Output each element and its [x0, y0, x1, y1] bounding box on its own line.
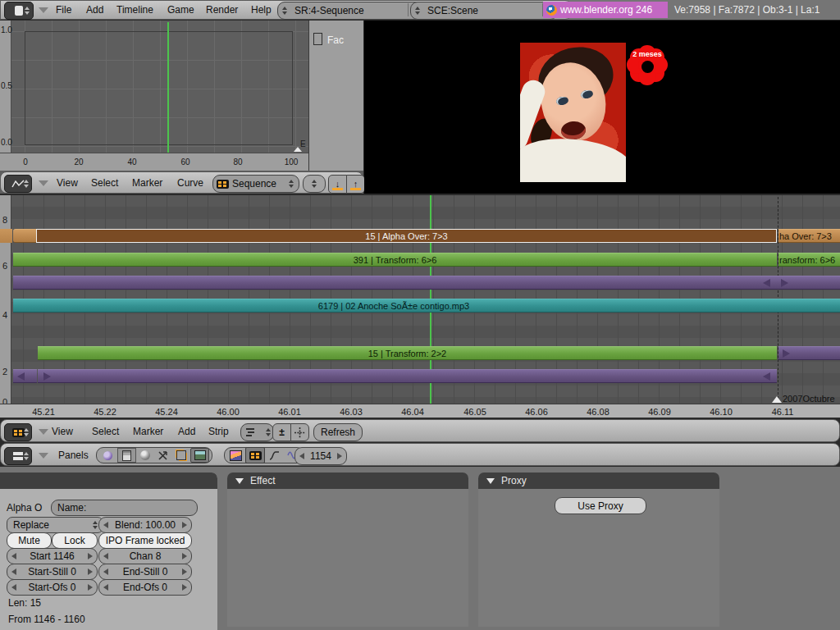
strip-alpha-over-clipped[interactable]: ha Over: 7>3 [778, 229, 840, 243]
decrement-icon[interactable] [103, 584, 108, 591]
start-still-field[interactable]: Start-Still 0 [7, 564, 98, 580]
use-proxy-button[interactable]: Use Proxy [555, 497, 646, 514]
seq-plusminus-button[interactable]: ± [272, 423, 291, 441]
decrement-icon[interactable] [299, 453, 304, 459]
ipo-type-selector[interactable]: Sequence [212, 175, 299, 193]
strip-alpha-over-selected[interactable]: 15 | Alpha Over: 7>3 [36, 229, 777, 243]
strip-audio[interactable]: 6179 | 02 Anoche SoÃ±e contigo.mp3 [13, 299, 840, 313]
frame-number-field[interactable]: 1154 [294, 447, 347, 465]
ipo-menu-marker[interactable]: Marker [132, 177, 162, 189]
ipo-graph-area[interactable]: E [11, 21, 308, 153]
menu-help[interactable]: Help [251, 4, 272, 16]
menu-file[interactable]: File [56, 4, 71, 16]
increment-icon[interactable] [88, 584, 93, 591]
decrement-icon[interactable] [103, 522, 108, 528]
seq-translate-button[interactable] [290, 423, 309, 441]
ipo-playhead[interactable] [167, 22, 169, 153]
strip-name-field[interactable]: Name: [51, 500, 198, 516]
increment-icon[interactable] [88, 568, 93, 575]
decrement-icon[interactable] [11, 553, 16, 559]
increment-icon[interactable] [88, 553, 93, 559]
strip-transform6-clipped[interactable]: ransform: 6>6 [778, 253, 840, 267]
strip-right-handle-icon[interactable] [781, 279, 788, 287]
refresh-button[interactable]: Refresh [313, 423, 363, 441]
effect-panel-header[interactable]: Effect [227, 472, 468, 489]
ipo-menu-view[interactable]: View [57, 177, 78, 189]
strip-purple-ch1[interactable] [38, 369, 777, 383]
end-ofs-field[interactable]: End-Ofs 0 [98, 579, 192, 596]
strip-right-handle-icon[interactable] [783, 349, 790, 358]
timeline-marker-icon[interactable] [772, 396, 782, 403]
strip-purple-ch2-right[interactable] [778, 346, 840, 360]
strip-purple-ch5-right[interactable] [777, 276, 840, 290]
ipo-menu-select[interactable]: Select [91, 177, 118, 189]
window-type-button[interactable] [4, 2, 34, 20]
anim-subcontext-button[interactable] [266, 449, 283, 462]
ipo-extra-combo[interactable] [303, 175, 326, 193]
object-context-button[interactable] [154, 449, 171, 462]
seq-menu-strip[interactable]: Strip [208, 426, 229, 437]
header-collapse-icon[interactable] [39, 7, 48, 13]
ipo-frame-locked-toggle[interactable]: IPO Frame locked [98, 532, 192, 549]
ipo-paste-button[interactable]: ↑ [346, 175, 365, 194]
buttons-window-type-button[interactable] [4, 447, 32, 465]
ipo-horizontal-scrollbar[interactable]: 0 20 40 60 80 100 [0, 153, 308, 171]
seq-menu-add[interactable]: Add [178, 426, 195, 437]
scene-context-button[interactable] [190, 448, 209, 463]
increment-icon[interactable] [182, 568, 187, 575]
blender-link-badge[interactable]: www.blender.org 246 [543, 2, 668, 18]
shading-context-button[interactable] [137, 449, 154, 462]
end-still-field[interactable]: End-Still 0 [98, 564, 192, 580]
lock-toggle[interactable]: Lock [52, 532, 98, 549]
sequencer-window-type-button[interactable] [4, 423, 32, 441]
strip-transform2[interactable]: 15 | Transform: 2>2 [38, 346, 777, 360]
strip-left-handle-icon[interactable] [17, 372, 25, 381]
strip-right-handle-icon[interactable] [43, 372, 51, 381]
sequencer-subcontext-button[interactable] [245, 447, 266, 463]
header-collapse-icon[interactable] [39, 453, 48, 459]
strip-purple-ch5[interactable] [13, 276, 777, 290]
edit-panel-header[interactable] [0, 472, 217, 489]
strip-left-handle-icon[interactable] [763, 372, 770, 381]
header-collapse-icon[interactable] [39, 429, 48, 435]
seq-menu-select[interactable]: Select [92, 426, 119, 437]
screen-selector[interactable]: SR:4-Sequence × [277, 2, 423, 20]
panel-expand-icon[interactable] [235, 478, 244, 484]
start-frame-field[interactable]: Start 1146 [7, 548, 98, 564]
increment-icon[interactable] [337, 453, 342, 459]
menu-add[interactable]: Add [86, 4, 103, 16]
ipo-menu-curve[interactable]: Curve [177, 177, 203, 189]
seq-menu-marker[interactable]: Marker [133, 426, 163, 437]
channel-field[interactable]: Chan 8 [98, 548, 192, 564]
decrement-icon[interactable] [11, 568, 16, 575]
seq-menu-view[interactable]: View [52, 426, 73, 437]
script-context-button[interactable] [117, 448, 136, 463]
increment-icon[interactable] [182, 553, 187, 559]
strip-alpha-over-left-handle[interactable] [13, 229, 36, 243]
sequencer-vertical-scrollbar[interactable]: 8 6 4 2 0 [0, 195, 11, 404]
increment-icon[interactable] [182, 584, 187, 591]
blend-mode-dropdown[interactable]: Replace [7, 517, 103, 533]
proxy-panel-header[interactable]: Proxy [478, 472, 719, 489]
ipo-copy-button[interactable]: ↓ [328, 175, 347, 194]
start-ofs-field[interactable]: Start-Ofs 0 [7, 579, 98, 596]
logic-context-button[interactable] [99, 449, 116, 462]
ipo-vertical-scrollbar[interactable]: 1.0 0.5 0.0 [0, 21, 11, 153]
ipo-channel-label[interactable]: Fac [327, 34, 344, 46]
header-collapse-icon[interactable] [39, 180, 48, 186]
decrement-icon[interactable] [11, 584, 16, 591]
render-subcontext-button[interactable] [227, 449, 244, 462]
scene-selector[interactable]: SCE:Scene × [410, 2, 558, 20]
strip-purple-ch1-left[interactable] [13, 369, 37, 383]
strip-transform6[interactable]: 391 | Transform: 6>6 [13, 253, 777, 267]
panel-expand-icon[interactable] [486, 478, 495, 484]
decrement-icon[interactable] [103, 553, 108, 559]
sequencer-view[interactable]: 15 | Alpha Over: 7>3 ha Over: 7>3 391 | … [0, 195, 840, 418]
ipo-channel-checkbox[interactable] [313, 33, 322, 45]
menu-game[interactable]: Game [167, 4, 194, 16]
editing-context-button[interactable] [172, 449, 189, 462]
ipo-window-type-button[interactable] [4, 175, 32, 193]
seq-display-mode-combo[interactable] [240, 423, 274, 441]
mute-toggle[interactable]: Mute [7, 532, 52, 549]
menu-render[interactable]: Render [206, 4, 238, 16]
